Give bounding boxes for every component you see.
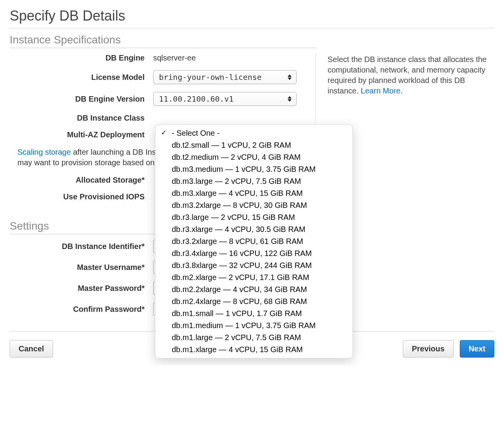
instance-class-option[interactable]: db.r3.large — 2 vCPU, 15 GiB RAM <box>155 211 352 223</box>
instance-class-option[interactable]: db.r3.xlarge — 4 vCPU, 30.5 GiB RAM <box>155 223 352 235</box>
instance-class-option[interactable]: db.m3.medium — 1 vCPU, 3.75 GiB RAM <box>155 163 352 175</box>
row-license-model: License Model bring-your-own-license <box>10 70 312 84</box>
scaling-storage-link[interactable]: Scaling storage <box>17 148 71 156</box>
select-license-model-value: bring-your-own-license <box>159 73 262 82</box>
section-title-instance-specifications: Instance Specifications <box>10 34 316 48</box>
label-multi-az: Multi-AZ Deployment <box>10 130 153 139</box>
db-instance-class-dropdown[interactable]: - Select One -db.t2.small — 1 vCPU, 2 Gi… <box>155 124 353 358</box>
label-confirm-pass: Confirm Password* <box>10 305 153 314</box>
row-db-instance-class: DB Instance Class <box>10 114 312 123</box>
instance-class-option[interactable]: db.m1.medium — 1 vCPU, 3.75 GiB RAM <box>155 320 352 332</box>
instance-class-option[interactable]: db.r3.2xlarge — 8 vCPU, 61 GiB RAM <box>155 235 352 247</box>
instance-class-option[interactable]: db.m3.2xlarge — 8 vCPU, 30 GiB RAM <box>155 199 352 211</box>
instance-spec-area: DB Engine sqlserver-ee License Model bri… <box>10 54 494 209</box>
tip-text: Select the DB instance class that alloca… <box>328 55 487 95</box>
label-master-pass: Master Password* <box>10 284 153 293</box>
label-db-instance-class: DB Instance Class <box>10 114 153 123</box>
instance-class-option[interactable]: db.m2.xlarge — 2 vCPU, 17.1 GiB RAM <box>155 271 352 284</box>
instance-class-option[interactable]: db.m1.xlarge — 4 vCPU, 15 GiB RAM <box>155 344 352 356</box>
select-db-engine-version[interactable]: 11.00.2100.60.v1 <box>153 92 297 106</box>
instance-class-option[interactable]: db.m1.large — 2 vCPU, 7.5 GiB RAM <box>155 332 352 344</box>
row-db-engine-version: DB Engine Version 11.00.2100.60.v1 <box>10 92 312 106</box>
value-db-engine: sqlserver-ee <box>153 54 312 62</box>
caret-icon <box>288 74 292 80</box>
cancel-button[interactable]: Cancel <box>10 340 53 358</box>
next-button[interactable]: Next <box>460 340 494 358</box>
row-db-engine: DB Engine sqlserver-ee <box>10 54 312 62</box>
label-db-engine: DB Engine <box>10 54 153 62</box>
select-license-model[interactable]: bring-your-own-license <box>153 70 297 84</box>
instance-class-option[interactable]: db.m3.large — 2 vCPU, 7.5 GiB RAM <box>155 175 352 187</box>
label-master-user: Master Username* <box>10 263 153 272</box>
learn-more-link[interactable]: Learn More <box>361 86 400 95</box>
instance-class-option[interactable]: db.m3.xlarge — 4 vCPU, 15 GiB RAM <box>155 187 352 199</box>
page-title: Specify DB Details <box>10 8 494 24</box>
instance-class-option[interactable]: db.t2.medium — 2 vCPU, 4 GiB RAM <box>155 151 352 163</box>
instance-class-option[interactable]: db.r3.8xlarge — 32 vCPU, 244 GiB RAM <box>155 259 352 271</box>
caret-icon <box>288 96 292 102</box>
instance-class-option[interactable]: db.m2.2xlarge — 4 vCPU, 34 GiB RAM <box>155 284 352 296</box>
title-divider <box>10 28 494 28</box>
instance-class-option[interactable]: db.r3.4xlarge — 16 vCPU, 122 GiB RAM <box>155 247 352 259</box>
label-allocated-storage: Allocated Storage* <box>10 176 153 185</box>
instance-class-option[interactable]: db.m2.4xlarge — 8 vCPU, 68 GiB RAM <box>155 296 352 308</box>
tip-period: . <box>400 86 403 95</box>
instance-class-option[interactable]: - Select One - <box>155 127 352 139</box>
label-identifier: DB Instance Identifier* <box>10 242 153 251</box>
instance-class-option[interactable]: db.m1.small — 1 vCPU, 1.7 GiB RAM <box>155 308 352 320</box>
label-use-piops: Use Provisioned IOPS <box>10 192 153 201</box>
label-license-model: License Model <box>10 73 153 82</box>
instance-class-option[interactable]: db.t2.small — 1 vCPU, 2 GiB RAM <box>155 139 352 151</box>
previous-button[interactable]: Previous <box>403 340 453 358</box>
select-db-engine-version-value: 11.00.2100.60.v1 <box>159 94 234 104</box>
label-db-engine-version: DB Engine Version <box>10 95 153 104</box>
